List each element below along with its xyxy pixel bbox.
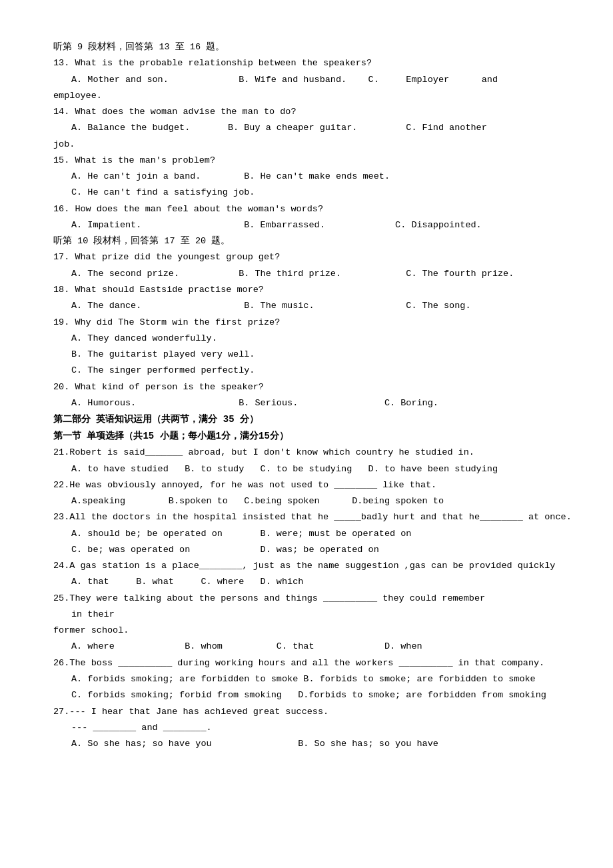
- part2-section1-title: 第一节 单项选择（共15 小题；每小题1分，满分15分）: [53, 429, 573, 444]
- q26-text: 26.The boss __________ during working ho…: [53, 656, 573, 671]
- q27-text2: --- ________ and ________.: [53, 721, 573, 735]
- q18-text: 18. What should Eastside practise more?: [53, 283, 573, 297]
- q19-text: 19. Why did The Storm win the first priz…: [53, 315, 573, 330]
- q25-text: 25.They were talking about the persons a…: [53, 591, 573, 606]
- q26-optionsAB: A. forbids smoking; are forbidden to smo…: [53, 672, 573, 687]
- q22-text: 22.He was obviously annoyed, for he was …: [53, 478, 573, 493]
- section9-header: 听第 9 段材料，回答第 13 至 16 题。: [53, 40, 573, 55]
- q15-text: 15. What is the man's problem?: [53, 153, 573, 168]
- q18-options: A. The dance. B. The music. C. The song.: [53, 299, 573, 313]
- q24-text: 24.A gas station is a place________, jus…: [53, 559, 573, 573]
- q14-job: job.: [53, 137, 573, 152]
- q15-optionA: A. He can't join a band. B. He can't mak…: [53, 169, 573, 184]
- q25-text3: former school.: [53, 623, 573, 638]
- q13-employee: employee.: [53, 89, 573, 103]
- section10-header: 听第 10 段材料，回答第 17 至 20 题。: [53, 234, 573, 249]
- q23-optionsAB: A. should be; be operated on B. were; mu…: [53, 527, 573, 541]
- part2-title: 第二部分 英语知识运用（共两节，满分 35 分）: [53, 412, 573, 427]
- q19-optionB: B. The guitarist played very well.: [53, 347, 573, 362]
- q25-text2: in their: [53, 607, 573, 622]
- q13-options: A. Mother and son. B. Wife and husband. …: [53, 73, 573, 87]
- q21-options: A. to have studied B. to study C. to be …: [53, 462, 573, 477]
- q19-optionC: C. The singer performed perfectly.: [53, 363, 573, 378]
- q15-optionC: C. He can't find a satisfying job.: [53, 185, 573, 200]
- q27-options: A. So she has; so have you B. So she has…: [53, 737, 573, 751]
- q20-options: A. Humorous. B. Serious. C. Boring.: [53, 396, 573, 411]
- q21-text: 21.Robert is said_______ abroad, but I d…: [53, 445, 573, 460]
- q25-options: A. where B. whom C. that D. when: [53, 639, 573, 654]
- exam-content: 听第 9 段材料，回答第 13 至 16 题。 13. What is the …: [53, 40, 573, 751]
- q19-optionA: A. They danced wonderfully.: [53, 331, 573, 346]
- q20-text: 20. What kind of person is the speaker?: [53, 380, 573, 395]
- q23-optionsCD: C. be; was operated on D. was; be operat…: [53, 543, 573, 557]
- q16-options: A. Impatient. B. Embarrassed. C. Disappo…: [53, 218, 573, 233]
- q17-text: 17. What prize did the youngest group ge…: [53, 250, 573, 265]
- q24-options: A. that B. what C. where D. which: [53, 575, 573, 589]
- q14-options: A. Balance the budget. B. Buy a cheaper …: [53, 121, 573, 135]
- q13-text: 13. What is the probable relationship be…: [53, 56, 573, 71]
- q22-options: A.speaking B.spoken to C.being spoken D.…: [53, 494, 573, 509]
- q16-text: 16. How does the man feel about the woma…: [53, 202, 573, 217]
- q26-optionsCD: C. forbids smoking; forbid from smoking …: [53, 688, 573, 703]
- q14-text: 14. What does the woman advise the man t…: [53, 105, 573, 119]
- q23-text: 23.All the doctors in the hospital insis…: [53, 510, 573, 525]
- q17-options: A. The second prize. B. The third prize.…: [53, 267, 573, 281]
- q27-text: 27.--- I hear that Jane has achieved gre…: [53, 705, 573, 719]
